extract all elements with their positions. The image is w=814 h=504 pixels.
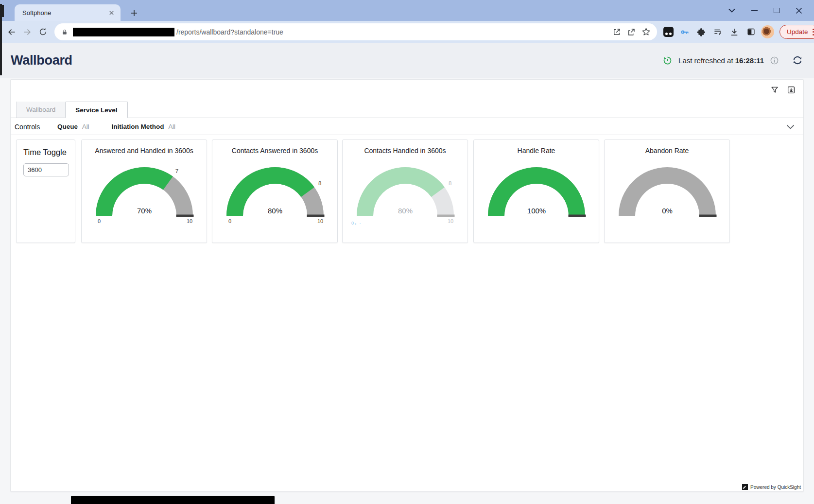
split-screen-icon[interactable]: [744, 25, 758, 39]
browser-tabstrip: Softphone: [0, 0, 814, 21]
gauge-title: Contacts Handled in 3600s: [364, 147, 446, 155]
refresh-timer-icon: [662, 55, 673, 66]
window-close-button[interactable]: [788, 1, 810, 20]
info-icon[interactable]: [770, 56, 779, 65]
gauge-card[interactable]: Contacts Handled in 3600s 80%108 0ₓ ·: [342, 139, 468, 243]
bottom-redaction-bar: [71, 496, 275, 504]
svg-text:80%: 80%: [267, 207, 282, 215]
tab-wallboard-label: Wallboard: [26, 106, 55, 113]
gauge-chart: 80%108: [347, 156, 464, 230]
initiation-method-filter-name: Initiation Method: [111, 123, 164, 130]
extensions-puzzle-icon[interactable]: [694, 25, 709, 39]
time-toggle-input[interactable]: [23, 163, 69, 176]
queue-filter-name: Queue: [57, 123, 78, 130]
update-label: Update: [787, 28, 808, 35]
initiation-method-filter-value: All: [168, 123, 175, 130]
tab-close-icon[interactable]: [107, 8, 116, 17]
svg-text:70%: 70%: [137, 207, 151, 215]
left-edge-artifact-notch: [0, 5, 4, 17]
gauge-title: Answered and Handled in 3600s: [95, 147, 193, 155]
gauge-card[interactable]: Abandon Rate 0%: [604, 139, 730, 243]
gauge-chart: 100%: [478, 156, 595, 230]
svg-text:0: 0: [228, 218, 231, 224]
browser-tab-softphone[interactable]: Softphone: [15, 4, 121, 21]
last-refreshed-time: 16:28:11: [735, 56, 764, 65]
collapse-controls-chevron-icon[interactable]: [785, 122, 796, 132]
svg-text:8: 8: [449, 180, 451, 186]
gauge-title: Handle Rate: [518, 147, 555, 155]
new-tab-button[interactable]: [127, 6, 141, 20]
svg-text:80%: 80%: [398, 207, 412, 215]
controls-label: Controls: [15, 123, 57, 131]
loading-artifact: 0ₓ ·: [351, 221, 362, 226]
svg-text:7: 7: [175, 168, 178, 174]
url-text: /reports/wallboard?standalone=true: [176, 28, 609, 36]
gauge-chart: 0%: [609, 156, 726, 230]
page-title: Wallboard: [11, 53, 72, 68]
bookmark-star-icon[interactable]: [639, 25, 653, 39]
tab-service-level-label: Service Level: [75, 106, 117, 114]
tab-title: Softphone: [22, 9, 107, 17]
svg-text:10: 10: [317, 218, 323, 224]
svg-text:10: 10: [447, 218, 453, 224]
extension-domino-icon[interactable]: [661, 25, 675, 39]
tab-wallboard[interactable]: Wallboard: [16, 102, 65, 118]
initiation-method-filter[interactable]: Initiation Method All: [111, 123, 175, 130]
password-key-icon[interactable]: [677, 25, 692, 39]
powered-by-badge: Powered by QuickSight: [742, 484, 801, 490]
gauge-chart: 70%0107: [86, 156, 203, 230]
download-icon[interactable]: [727, 25, 742, 39]
profile-avatar[interactable]: [760, 25, 775, 39]
gauge-title: Abandon Rate: [645, 147, 689, 155]
svg-text:10: 10: [186, 218, 192, 224]
refresh-dashboard-icon[interactable]: [792, 54, 803, 66]
dashboard-sheet: Wallboard Service Level Controls Queue A…: [10, 79, 804, 492]
address-bar[interactable]: /reports/wallboard?standalone=true: [54, 23, 657, 40]
quicksight-logo-icon: [742, 484, 748, 490]
window-controls: [721, 0, 810, 21]
lock-icon: [61, 28, 68, 36]
svg-text:0%: 0%: [662, 207, 673, 215]
gauge-card[interactable]: Handle Rate 100%: [473, 139, 599, 243]
export-icon[interactable]: [786, 85, 797, 95]
open-in-new-icon[interactable]: [609, 25, 624, 39]
reload-icon[interactable]: [35, 24, 51, 40]
gauge-card[interactable]: Contacts Answered in 3600s 80%0108: [212, 139, 338, 243]
gauge-title: Contacts Answered in 3600s: [232, 147, 318, 155]
svg-text:100%: 100%: [527, 207, 545, 215]
browser-toolbar: /reports/wallboard?standalone=true: [0, 21, 814, 43]
queue-filter[interactable]: Queue All: [57, 123, 89, 130]
powered-by-text: Powered by QuickSight: [750, 485, 801, 490]
window-minimize-button[interactable]: [743, 1, 765, 20]
controls-divider: [11, 135, 803, 135]
share-icon[interactable]: [624, 25, 639, 39]
sheet-tabs: Wallboard Service Level: [11, 102, 803, 118]
controls-row: Controls Queue All Initiation Method All: [11, 119, 803, 135]
svg-text:8: 8: [318, 180, 321, 186]
page-header: Wallboard Last refreshed at 16:28:11: [0, 43, 814, 78]
filter-icon[interactable]: [769, 85, 780, 95]
back-icon[interactable]: [4, 24, 19, 40]
url-redaction: [73, 28, 174, 36]
playlist-queue-icon[interactable]: [710, 25, 725, 39]
update-button[interactable]: Update: [779, 25, 814, 39]
gauge-chart: 80%0108: [217, 156, 333, 230]
queue-filter-value: All: [82, 123, 89, 130]
time-toggle-title: Time Toggle: [23, 148, 68, 157]
window-maximize-button[interactable]: [765, 1, 788, 20]
tab-search-chevron-icon[interactable]: [721, 1, 743, 20]
browser-menu-dots-icon[interactable]: [813, 29, 814, 35]
time-toggle-card: Time Toggle: [16, 139, 75, 243]
tab-service-level[interactable]: Service Level: [65, 102, 127, 118]
svg-text:0: 0: [97, 218, 100, 224]
last-refreshed-text: Last refreshed at 16:28:11: [678, 56, 764, 65]
gauge-card[interactable]: Answered and Handled in 3600s 70%0107: [81, 139, 207, 243]
forward-icon[interactable]: [19, 24, 35, 40]
